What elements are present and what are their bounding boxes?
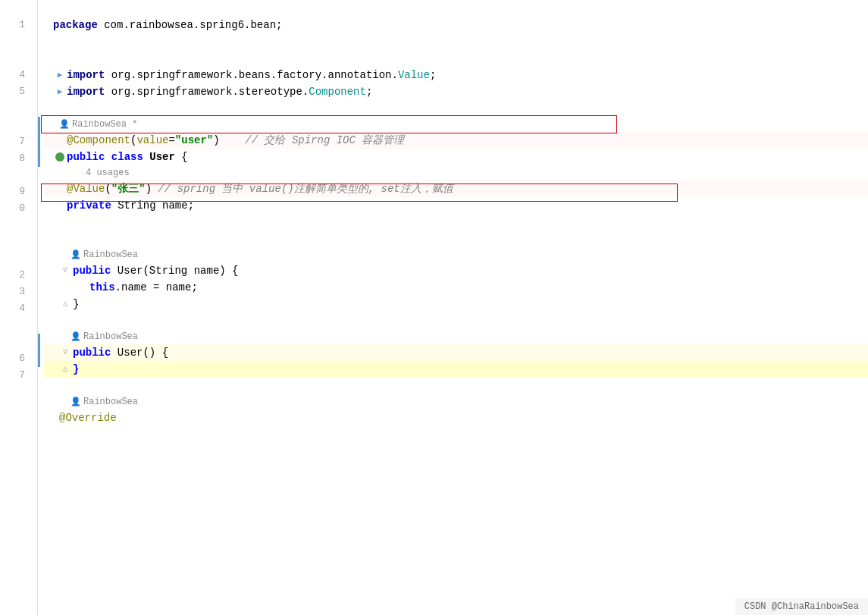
gutter-b2: △: [59, 361, 73, 378]
ln-blank6: [0, 234, 31, 250]
fold-icon-b1[interactable]: △: [63, 296, 67, 312]
accent-bar-2: [38, 334, 40, 367]
annotation-rainbowsea-1: 👤 RainbowSea *: [44, 117, 868, 132]
ln-blank7: [0, 317, 31, 334]
code-line-brace1: △ }: [44, 296, 868, 312]
kw-private: private: [67, 197, 111, 214]
code-line-override: @Override: [44, 409, 868, 426]
author-label-3: RainbowSea: [83, 329, 138, 344]
method-user1: User: [118, 262, 143, 279]
ln-2a: 2: [0, 267, 31, 284]
gutter-5: ▶: [53, 83, 67, 100]
code-line-blank4: [44, 214, 868, 231]
kw-class: class: [111, 149, 143, 165]
string-zhangsan: "张三": [111, 180, 146, 197]
ln-blank1: [0, 0, 31, 17]
ln-override: [0, 417, 31, 434]
ln-blank2: [0, 33, 31, 50]
user-icon-1: 👤: [59, 117, 70, 132]
import-path-2: org.springframework.stereotype.: [111, 83, 309, 100]
ln-annot3: [0, 250, 31, 267]
usages-label: 4 usages: [86, 165, 130, 180]
package-path: com.rainbowsea.spring6.bean;: [104, 17, 282, 33]
dot-name: .name = name;: [115, 279, 198, 296]
value-attr: value: [136, 132, 168, 149]
ln-blank5: [0, 217, 31, 234]
at-override: @Override: [59, 409, 117, 426]
kw-pub-c2: public: [73, 344, 111, 361]
annotation-rainbowsea-2: 👤 RainbowSea: [44, 247, 868, 262]
ln-annot2: [0, 167, 31, 184]
gutter-b1: △: [59, 296, 73, 312]
code-line-brace2: △ }: [44, 361, 868, 378]
code-wrapper: package com.rainbowsea.spring6.bean; ▶ i…: [38, 0, 868, 615]
param-name: name): [194, 262, 226, 279]
fold-icon-2[interactable]: ▽: [63, 344, 67, 361]
code-line-blank1: [44, 33, 868, 50]
fold-icon-1[interactable]: ▽: [63, 262, 67, 279]
gutter-4: ▶: [53, 67, 67, 83]
ln-4b: 4: [0, 300, 31, 317]
method-user2: User: [118, 344, 143, 361]
import-kw-2: import: [67, 83, 105, 100]
var-name: name;: [162, 197, 194, 214]
code-line-blank6: [44, 312, 868, 329]
annotation-rainbowsea-4: 👤 RainbowSea: [44, 394, 868, 409]
gutter-c1: ▽: [59, 262, 73, 279]
ln-6: 6: [0, 350, 31, 367]
ln-annot1: [0, 117, 31, 133]
code-line-blank5: [44, 231, 868, 247]
csdn-label: CSDN @ChinaRainbowSea: [744, 601, 859, 612]
annotation-usages: 4 usages: [44, 165, 868, 180]
ln-annot4: [0, 334, 31, 350]
string-user: "user": [175, 132, 213, 149]
accent-bar-1: [38, 117, 40, 167]
user-icon-4: 👤: [71, 394, 81, 409]
bottom-bar: CSDN @ChinaRainbowSea: [735, 598, 868, 615]
at-value: @Value: [67, 180, 105, 197]
comment-value: // spring 当中 value()注解简单类型的, set注入，赋值: [158, 180, 453, 197]
ln-blank3: [0, 50, 31, 67]
author-label-4: RainbowSea: [83, 394, 138, 409]
code-line-value: @Value("张三") // spring 当中 value()注解简单类型的…: [44, 180, 868, 197]
author-label-2: RainbowSea: [83, 247, 138, 262]
keyword-package: package: [53, 17, 98, 33]
green-circle-icon: [55, 152, 64, 162]
user-icon-2: 👤: [71, 247, 81, 262]
import-val-1: Value: [398, 67, 430, 83]
code-area: 1 4 5 7 8 9 0 2 3 4 6 7: [0, 0, 868, 615]
annotation-rainbowsea-3: 👤 RainbowSea: [44, 329, 868, 344]
ln-3: 3: [0, 284, 31, 300]
at-component: @Component: [67, 132, 130, 149]
ln-7b: 7: [0, 367, 31, 384]
ln-blank4: [0, 100, 31, 117]
code-line-import2: ▶ import org.springframework.stereotype.…: [44, 83, 868, 100]
ln-blank8: [0, 384, 31, 400]
user-icon-3: 👤: [71, 329, 81, 344]
close-brace-1: }: [73, 296, 79, 312]
code-line-import1: ▶ import org.springframework.beans.facto…: [44, 67, 868, 83]
author-label-1: RainbowSea *: [72, 117, 137, 132]
class-user: User: [149, 149, 175, 165]
import-val-2: Component: [309, 83, 366, 100]
code-line-constructor1: ▽ public User(String name) {: [44, 262, 868, 279]
kw-this: this: [89, 279, 115, 296]
line-numbers: 1 4 5 7 8 9 0 2 3 4 6 7: [0, 0, 38, 615]
kw-public: public: [67, 149, 105, 165]
import-kw-1: import: [67, 67, 105, 83]
code-line-class: public class User {: [44, 149, 868, 165]
type-string: String: [118, 197, 155, 214]
code-line-component: @Component(value = "user") // 交给 Spirng …: [44, 132, 868, 149]
code-line-blank2: [44, 50, 868, 67]
ln-5: 5: [0, 83, 31, 100]
code-line-constructor2: ▽ public User() {: [44, 344, 868, 361]
code-line-blank7: [44, 378, 868, 394]
ln-7: 7: [0, 133, 31, 150]
fold-icon-b2[interactable]: △: [63, 361, 67, 378]
gutter-c2: ▽: [59, 344, 73, 361]
code-line-this: this.name = name;: [44, 279, 868, 296]
import-path-1: org.springframework.beans.factory.annota…: [111, 67, 398, 83]
ln-4: 4: [0, 67, 31, 83]
kw-pub-c1: public: [73, 262, 111, 279]
param-string: String: [149, 262, 187, 279]
